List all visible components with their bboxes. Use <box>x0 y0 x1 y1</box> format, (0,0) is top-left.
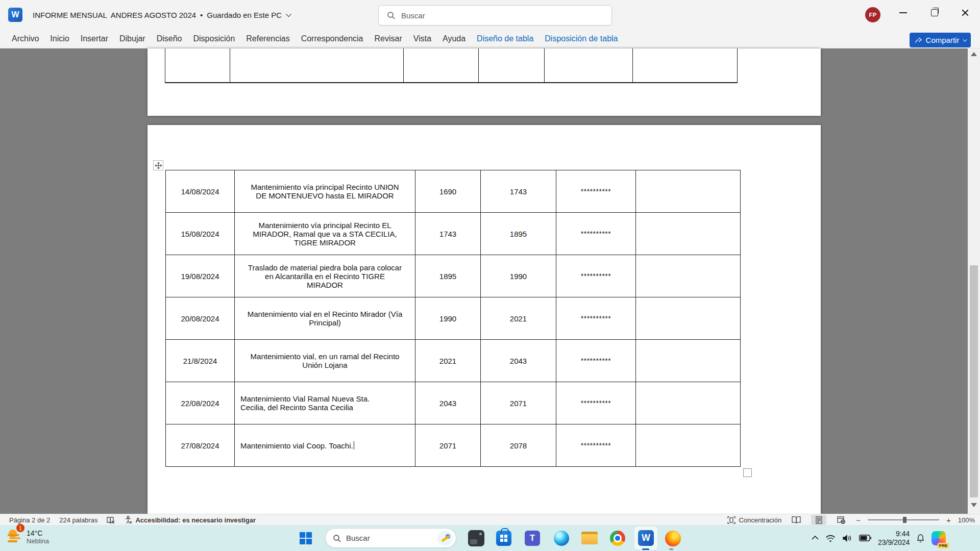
cell-empty[interactable] <box>636 170 740 212</box>
cell-to[interactable]: 1895 <box>481 213 556 255</box>
cell-to[interactable]: 2021 <box>481 297 556 339</box>
cell-date[interactable]: 15/08/2024 <box>166 213 235 255</box>
cell-from[interactable]: 1743 <box>415 213 481 255</box>
cell-to[interactable]: 2078 <box>481 424 556 466</box>
cell-masked[interactable]: ********** <box>556 340 636 382</box>
weather-widget[interactable]: 1 14°C Neblina <box>5 527 49 546</box>
minimize-button[interactable] <box>890 0 916 26</box>
web-layout-button[interactable] <box>834 515 849 525</box>
table-move-handle[interactable] <box>153 160 163 170</box>
cell-empty[interactable] <box>636 213 740 255</box>
ribbon-tab-disposicion[interactable]: Disposición <box>187 34 240 43</box>
cell-masked[interactable]: ********** <box>556 424 636 466</box>
proofing-errors-icon[interactable] <box>107 516 115 524</box>
ribbon-tab-disposicion-de-tabla[interactable]: Disposición de tabla <box>539 34 623 43</box>
cell-description[interactable]: Mantenimiento vía principal Recinto UNIO… <box>235 170 415 212</box>
cell-empty[interactable] <box>636 255 740 297</box>
taskbar-app-chrome[interactable] <box>606 527 629 549</box>
ribbon-tab-correspondencia[interactable]: Correspondencia <box>296 34 369 43</box>
taskbar-app-explorer[interactable] <box>578 527 601 549</box>
cell-from[interactable]: 2021 <box>415 340 481 382</box>
close-button[interactable] <box>952 0 978 26</box>
cell-description[interactable]: Mantenimiento vial, en un ramal del Reci… <box>235 340 415 382</box>
zoom-out-button[interactable]: − <box>856 516 861 524</box>
cell-empty[interactable] <box>636 382 740 424</box>
cell-from[interactable]: 1895 <box>415 255 481 297</box>
wifi-icon[interactable] <box>825 534 836 542</box>
ribbon-tab-insertar[interactable]: Insertar <box>75 34 114 43</box>
taskbar-app-photos[interactable] <box>465 527 487 549</box>
cell-date[interactable]: 22/08/2024 <box>166 382 235 424</box>
search-highlight-image[interactable] <box>437 531 453 546</box>
search-input[interactable]: Buscar <box>378 5 612 26</box>
cell-to[interactable]: 2071 <box>481 382 556 424</box>
cell-empty[interactable] <box>636 340 740 382</box>
cell-to[interactable]: 2043 <box>481 340 556 382</box>
taskbar-app-edge[interactable] <box>550 527 573 549</box>
cell-to[interactable]: 1990 <box>481 255 556 297</box>
chevron-down-icon[interactable] <box>286 11 291 17</box>
cell-masked[interactable]: ********** <box>556 297 636 339</box>
cell-description[interactable]: Mantenimiento vial Coop. Toachi. <box>235 424 415 466</box>
share-button[interactable]: Compartir <box>910 33 971 47</box>
page-indicator[interactable]: Página 2 de 2 <box>9 516 50 524</box>
restore-button[interactable] <box>922 0 947 26</box>
zoom-in-button[interactable]: + <box>946 516 951 524</box>
scrollbar-thumb[interactable] <box>970 265 978 497</box>
avatar[interactable]: FP <box>865 7 880 22</box>
taskbar-app-teams[interactable]: T <box>521 527 544 549</box>
battery-icon[interactable] <box>859 535 871 541</box>
zoom-slider-thumb[interactable] <box>903 517 906 523</box>
ribbon-tab-revisar[interactable]: Revisar <box>369 34 408 43</box>
word-app-icon[interactable]: W <box>8 8 22 22</box>
clock[interactable]: 9:44 23/9/2024 <box>878 530 910 547</box>
copilot-icon[interactable]: PRE <box>932 531 946 545</box>
table-resize-handle[interactable] <box>743 468 752 477</box>
print-layout-button[interactable] <box>811 515 826 525</box>
scroll-down-icon[interactable] <box>971 503 977 507</box>
tray-chevron-up-icon[interactable] <box>812 536 819 540</box>
zoom-slider[interactable] <box>868 519 939 520</box>
cell-description[interactable]: Traslado de material piedra bola para co… <box>235 255 415 297</box>
cell-empty[interactable] <box>636 424 740 466</box>
taskbar-search[interactable]: Buscar <box>325 528 456 548</box>
taskbar-app-store[interactable] <box>493 527 515 549</box>
table-cell[interactable] <box>404 48 479 82</box>
table-cell[interactable] <box>230 48 404 82</box>
notifications-bell-icon[interactable] <box>916 534 925 543</box>
cell-masked[interactable]: ********** <box>556 170 636 212</box>
table-cell[interactable] <box>633 48 738 82</box>
cell-from[interactable]: 1690 <box>415 170 481 212</box>
table-cell[interactable] <box>479 48 545 82</box>
table-fragment-previous[interactable] <box>165 48 738 83</box>
taskbar-app-word-active[interactable]: W <box>634 526 658 550</box>
volume-icon[interactable] <box>842 534 852 542</box>
cell-date[interactable]: 27/08/2024 <box>166 424 235 466</box>
table-cell[interactable] <box>165 48 230 82</box>
document-title-area[interactable]: INFORME MENSUAL ANDRES AGOSTO 2024 • Gua… <box>33 0 290 30</box>
cell-from[interactable]: 2043 <box>415 382 481 424</box>
ribbon-tab-vista[interactable]: Vista <box>408 34 437 43</box>
zoom-level[interactable]: 100% <box>958 516 975 524</box>
cell-masked[interactable]: ********** <box>556 382 636 424</box>
cell-description[interactable]: Mantenimiento Vial Ramal Nueva Sta. Ceci… <box>235 382 415 424</box>
cell-date[interactable]: 20/08/2024 <box>166 297 235 339</box>
read-mode-button[interactable] <box>789 515 804 525</box>
cell-from[interactable]: 1990 <box>415 297 481 339</box>
cell-masked[interactable]: ********** <box>556 255 636 297</box>
ribbon-tab-archivo[interactable]: Archivo <box>6 34 44 43</box>
cell-date[interactable]: 19/08/2024 <box>166 255 235 297</box>
ribbon-tab-dibujar[interactable]: Dibujar <box>114 34 151 43</box>
cell-masked[interactable]: ********** <box>556 213 636 255</box>
ribbon-tab-diseno[interactable]: Diseño <box>151 34 188 43</box>
cell-description[interactable]: Mantenimiento vial en el Recinto Mirador… <box>235 297 415 339</box>
cell-description[interactable]: Mantenimiento vía principal Recinto EL M… <box>235 213 415 255</box>
cell-date[interactable]: 14/08/2024 <box>166 170 235 212</box>
start-button[interactable] <box>295 527 317 549</box>
saved-status[interactable]: Guardado en Este PC <box>207 11 282 19</box>
cell-to[interactable]: 1743 <box>481 170 556 212</box>
focus-mode-button[interactable]: Concentración <box>727 516 781 524</box>
table-cell[interactable] <box>545 48 633 82</box>
ribbon-tab-diseno-de-tabla[interactable]: Diseño de tabla <box>471 34 539 43</box>
scroll-up-icon[interactable] <box>971 52 977 56</box>
